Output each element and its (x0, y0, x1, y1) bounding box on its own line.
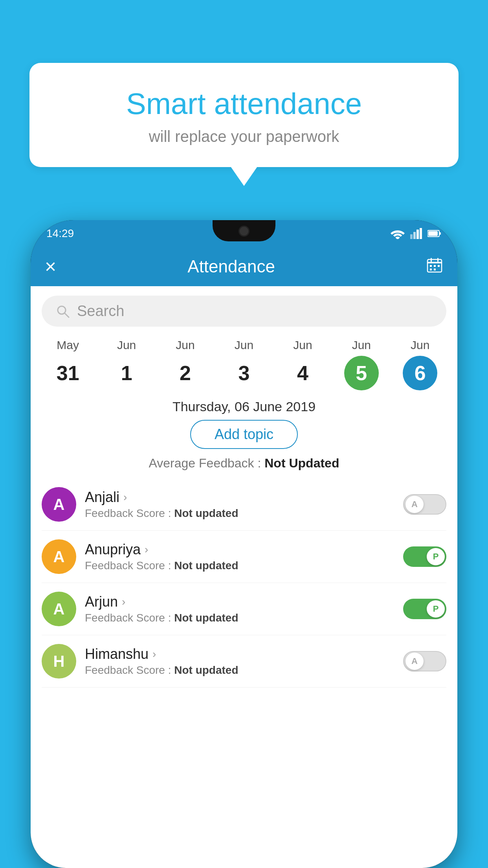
feedback-score: Feedback Score : Not updated (85, 559, 394, 572)
student-name[interactable]: Anupriya › (85, 541, 394, 558)
phone-camera (238, 226, 250, 237)
feedback-label: Feedback Score : (85, 559, 174, 572)
cal-month-label: Jun (176, 338, 194, 352)
student-name-text: Himanshu (85, 646, 149, 662)
avg-feedback: Average Feedback : Not Updated (31, 456, 457, 471)
phone-notch (213, 220, 275, 241)
svg-rect-11 (430, 265, 432, 267)
cal-month-label: Jun (293, 338, 312, 352)
student-row[interactable]: HHimanshu ›Feedback Score : Not updatedA (42, 635, 446, 688)
cal-date-number[interactable]: 5 (344, 356, 379, 390)
svg-rect-5 (439, 232, 441, 235)
calendar-day[interactable]: Jun5 (344, 338, 379, 390)
cal-date-number[interactable]: 1 (109, 356, 144, 390)
calendar-day[interactable]: May31 (51, 338, 85, 390)
chevron-right-icon: › (123, 491, 127, 504)
bubble-subtitle: will replace your paperwork (61, 128, 427, 145)
svg-rect-15 (434, 268, 436, 270)
svg-rect-9 (431, 258, 432, 262)
calendar-strip: May31Jun1Jun2Jun3Jun4Jun5Jun6 (31, 335, 457, 390)
cal-date-number[interactable]: 3 (227, 356, 261, 390)
feedback-score: Feedback Score : Not updated (85, 664, 394, 677)
chevron-right-icon: › (152, 648, 156, 660)
cal-date-number[interactable]: 4 (285, 356, 320, 390)
close-button[interactable]: × (45, 257, 56, 276)
battery-icon (427, 229, 442, 238)
attendance-toggle[interactable]: A (403, 651, 446, 671)
feedback-value: Not updated (174, 664, 238, 676)
student-name-text: Anupriya (85, 541, 141, 558)
status-icons (391, 228, 442, 239)
chevron-right-icon: › (145, 543, 148, 556)
attendance-toggle-wrap[interactable]: A (403, 494, 446, 515)
svg-line-17 (64, 313, 69, 317)
attendance-toggle-wrap[interactable]: P (403, 599, 446, 619)
search-placeholder: Search (77, 303, 124, 320)
app-bar: × Attendance (31, 247, 457, 286)
feedback-value: Not updated (174, 507, 238, 519)
student-list: AAnjali ›Feedback Score : Not updatedAAA… (31, 478, 457, 688)
svg-rect-3 (420, 228, 422, 239)
attendance-toggle[interactable]: P (403, 599, 446, 619)
calendar-icon[interactable] (426, 256, 443, 277)
attendance-toggle[interactable]: P (403, 546, 446, 567)
chevron-right-icon: › (122, 596, 125, 608)
screen-content: Search May31Jun1Jun2Jun3Jun4Jun5Jun6 Thu… (31, 286, 457, 868)
cal-month-label: Jun (411, 338, 429, 352)
cal-month-label: Jun (117, 338, 136, 352)
bubble-title: Smart attendance (61, 86, 427, 121)
feedback-value: Not updated (174, 612, 238, 624)
svg-rect-0 (410, 234, 413, 239)
speech-bubble: Smart attendance will replace your paper… (29, 63, 459, 167)
student-name-text: Arjun (85, 594, 118, 610)
search-bar[interactable]: Search (42, 296, 446, 327)
student-name[interactable]: Anjali › (85, 489, 394, 506)
feedback-label: Feedback Score : (85, 664, 174, 676)
student-name-text: Anjali (85, 489, 119, 506)
svg-rect-1 (413, 232, 416, 239)
cal-month-label: Jun (235, 338, 253, 352)
toggle-thumb: P (427, 600, 445, 618)
calendar-day[interactable]: Jun2 (168, 338, 203, 390)
search-icon (56, 304, 70, 318)
avatar: H (42, 644, 76, 679)
attendance-toggle-wrap[interactable]: A (403, 651, 446, 671)
selected-date-label: Thursday, 06 June 2019 (31, 399, 457, 414)
add-topic-button[interactable]: Add topic (190, 420, 298, 449)
toggle-thumb: A (405, 496, 424, 513)
avg-feedback-label: Average Feedback : (149, 456, 265, 470)
app-title: Attendance (56, 257, 406, 276)
wifi-icon (391, 228, 405, 239)
student-row[interactable]: AAnjali ›Feedback Score : Not updatedA (42, 478, 446, 531)
student-info: Himanshu ›Feedback Score : Not updated (85, 646, 394, 677)
calendar-day[interactable]: Jun1 (109, 338, 144, 390)
cal-month-label: May (57, 338, 79, 352)
student-row[interactable]: AAnupriya ›Feedback Score : Not updatedP (42, 531, 446, 583)
attendance-toggle[interactable]: A (403, 494, 446, 515)
student-row[interactable]: AArjun ›Feedback Score : Not updatedP (42, 583, 446, 635)
calendar-day[interactable]: Jun6 (403, 338, 437, 390)
cal-date-number[interactable]: 2 (168, 356, 203, 390)
student-name[interactable]: Arjun › (85, 594, 394, 610)
attendance-toggle-wrap[interactable]: P (403, 546, 446, 567)
student-info: Anjali ›Feedback Score : Not updated (85, 489, 394, 520)
student-name[interactable]: Himanshu › (85, 646, 394, 662)
cal-date-number[interactable]: 6 (403, 356, 437, 390)
student-info: Arjun ›Feedback Score : Not updated (85, 594, 394, 624)
status-time: 14:29 (46, 227, 74, 240)
avatar: A (42, 592, 76, 626)
phone-frame: 14:29 × Attendance (31, 220, 457, 868)
avatar: A (42, 487, 76, 522)
svg-rect-10 (437, 258, 438, 262)
avatar: A (42, 539, 76, 574)
svg-rect-8 (427, 262, 442, 263)
svg-rect-13 (438, 265, 440, 267)
calendar-day[interactable]: Jun3 (227, 338, 261, 390)
cal-date-number[interactable]: 31 (51, 356, 85, 390)
feedback-score: Feedback Score : Not updated (85, 612, 394, 624)
svg-rect-12 (434, 265, 436, 267)
svg-rect-6 (428, 231, 438, 236)
signal-icon (410, 228, 422, 239)
avg-feedback-value: Not Updated (264, 456, 339, 470)
calendar-day[interactable]: Jun4 (285, 338, 320, 390)
